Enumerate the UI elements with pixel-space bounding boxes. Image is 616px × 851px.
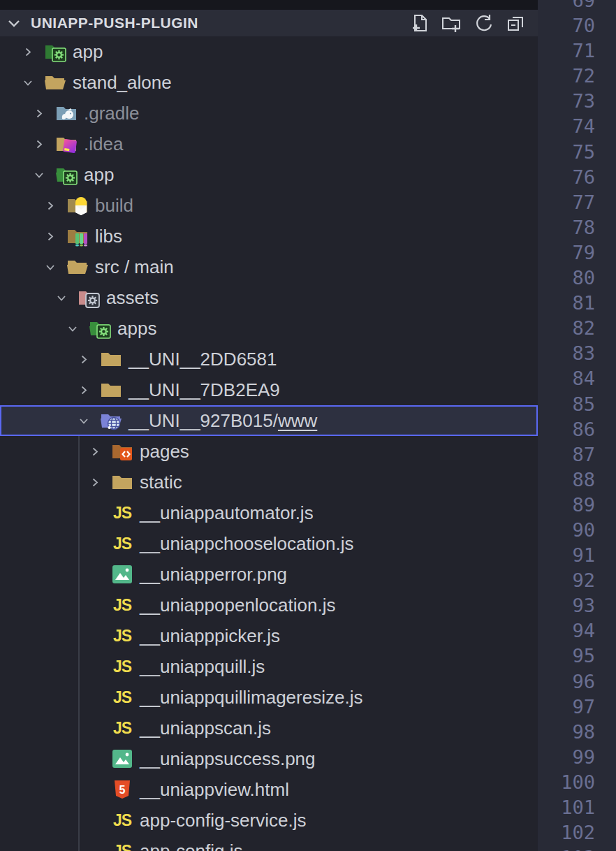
folder-open-icon	[43, 71, 67, 94]
folder-assets-icon	[77, 286, 101, 310]
file-image-icon	[110, 747, 134, 771]
tree-item-uni-927b015-www[interactable]: __UNI__927B015/www	[0, 405, 538, 436]
folder-lib-icon	[66, 224, 89, 248]
chevron-right-icon[interactable]	[89, 467, 101, 497]
tree-item-label: __uniappview.html	[140, 779, 289, 801]
chevron-right-icon[interactable]	[45, 221, 56, 252]
chevron-down-icon[interactable]	[67, 313, 78, 344]
line-number: 80	[561, 266, 595, 291]
tree-item-uni-2dd6581[interactable]: __UNI__2DD6581	[0, 344, 538, 374]
line-number: 75	[561, 140, 595, 165]
tree-item-static[interactable]: static	[0, 467, 538, 497]
tree-item-uniappscan-js[interactable]: JS__uniappscan.js	[0, 713, 538, 743]
new-folder-button[interactable]	[440, 12, 462, 34]
line-number: 90	[561, 518, 595, 543]
chevron-right-icon[interactable]	[22, 36, 34, 67]
tree-item-gradle[interactable]: .gradle	[0, 98, 538, 129]
collapse-all-button[interactable]	[504, 12, 527, 34]
tree-item-label: static	[140, 472, 182, 493]
folder-closed-icon	[110, 470, 134, 494]
tree-item-label: __uniappquillimageresize.js	[140, 687, 362, 708]
line-number: 91	[561, 543, 595, 568]
chevron-right-icon[interactable]	[89, 436, 101, 467]
line-number: 89	[561, 493, 595, 518]
line-number: 88	[561, 467, 595, 493]
chevron-right-icon[interactable]	[34, 98, 45, 129]
tree-item-uniapppicker-js[interactable]: JS__uniapppicker.js	[0, 620, 538, 651]
tree-item-apps[interactable]: apps	[0, 313, 538, 344]
section-chevron-down-icon[interactable]	[6, 15, 22, 31]
line-number: 70	[561, 13, 595, 38]
line-number: 97	[561, 694, 595, 720]
tree-item-uni-7db2ea9[interactable]: __UNI__7DB2EA9	[0, 374, 538, 405]
tree-item-stand-alone[interactable]: stand_alone	[0, 67, 538, 98]
tree-item-label: __uniappscan.js	[140, 718, 271, 739]
line-number: 69	[561, 0, 595, 13]
tree-item-uniappsuccess-png[interactable]: __uniappsuccess.png	[0, 743, 538, 774]
tree-item-uniappview-html[interactable]: 5__uniappview.html	[0, 774, 538, 805]
file-tree: appstand_alone .gradle .idea app build l…	[0, 36, 538, 851]
tree-item-label: .gradle	[84, 103, 140, 124]
chevron-down-icon[interactable]	[78, 405, 89, 436]
tree-item-label: stand_alone	[73, 72, 172, 94]
tree-item-label: app-config-service.js	[140, 810, 306, 831]
tree-item-uniappopenlocation-js[interactable]: JS__uniappopenlocation.js	[0, 590, 538, 620]
tree-item-label: apps	[117, 318, 156, 340]
tree-item-uniapperror-png[interactable]: __uniapperror.png	[0, 559, 538, 590]
tree-item-app[interactable]: app	[0, 159, 538, 190]
chevron-right-icon[interactable]	[78, 344, 89, 374]
tree-item-idea[interactable]: .idea	[0, 129, 538, 159]
file-js-icon: JS	[110, 655, 134, 678]
tree-item-uniappquillimageresize-js[interactable]: JS__uniappquillimageresize.js	[0, 682, 538, 713]
chevron-down-icon[interactable]	[34, 159, 45, 190]
line-number: 103	[561, 845, 595, 851]
tree-item-label: __UNI__927B015/www	[129, 410, 317, 432]
tree-item-label: __uniappquill.js	[140, 656, 265, 678]
tree-item-label: src / main	[95, 256, 174, 278]
chevron-down-icon[interactable]	[22, 67, 34, 98]
explorer-section-header[interactable]: UNIAPP-PUSH-PLUGIN	[0, 10, 538, 36]
tree-item-pages[interactable]: pages	[0, 436, 538, 467]
chevron-right-icon[interactable]	[45, 190, 56, 221]
chevron-right-icon[interactable]	[34, 129, 45, 159]
tree-item-app[interactable]: app	[0, 36, 538, 67]
file-js-icon: JS	[110, 501, 134, 525]
tree-item-label: build	[95, 195, 133, 217]
tree-item-uniappchooselocation-js[interactable]: JS__uniappchooselocation.js	[0, 528, 538, 559]
tree-item-libs[interactable]: libs	[0, 221, 538, 252]
tree-item-label: .idea	[84, 133, 123, 155]
line-number: 85	[561, 392, 595, 417]
line-number: 83	[561, 341, 595, 366]
chevron-down-icon[interactable]	[56, 282, 67, 313]
tree-item-app-config-js[interactable]: JSapp-config.js	[0, 836, 538, 851]
tree-item-uniappquill-js[interactable]: JS__uniappquill.js	[0, 651, 538, 682]
line-number: 72	[561, 64, 595, 89]
file-js-icon: JS	[110, 808, 134, 832]
new-folder-icon	[443, 18, 460, 29]
chevron-right-icon[interactable]	[78, 374, 89, 405]
refresh-button[interactable]	[472, 12, 494, 34]
line-number: 76	[561, 165, 595, 190]
folder-closed-icon	[99, 347, 123, 371]
tree-item-assets[interactable]: assets	[0, 282, 538, 313]
line-number: 73	[561, 89, 595, 114]
svg-text:5: 5	[119, 784, 126, 796]
tree-item-label: __uniapperror.png	[140, 564, 287, 585]
chevron-down-icon[interactable]	[45, 252, 56, 282]
line-number: 79	[561, 240, 595, 266]
tree-item-build[interactable]: build	[0, 190, 538, 221]
folder-pages-icon	[110, 439, 134, 463]
new-file-button[interactable]	[408, 12, 430, 34]
line-number: 77	[561, 190, 595, 215]
tree-item-app-config-service-js[interactable]: JSapp-config-service.js	[0, 805, 538, 836]
line-number: 98	[561, 720, 595, 745]
line-number: 101	[561, 795, 595, 820]
file-js-icon: JS	[110, 532, 134, 555]
folder-open-icon	[66, 255, 89, 279]
line-number: 74	[561, 114, 595, 139]
file-js-icon: JS	[110, 685, 134, 709]
folder-app-closed-icon	[43, 40, 67, 64]
tree-item-uniappautomator-js[interactable]: JS__uniappautomator.js	[0, 497, 538, 528]
tree-item-src-main[interactable]: src / main	[0, 252, 538, 282]
folder-build-icon	[66, 194, 89, 217]
